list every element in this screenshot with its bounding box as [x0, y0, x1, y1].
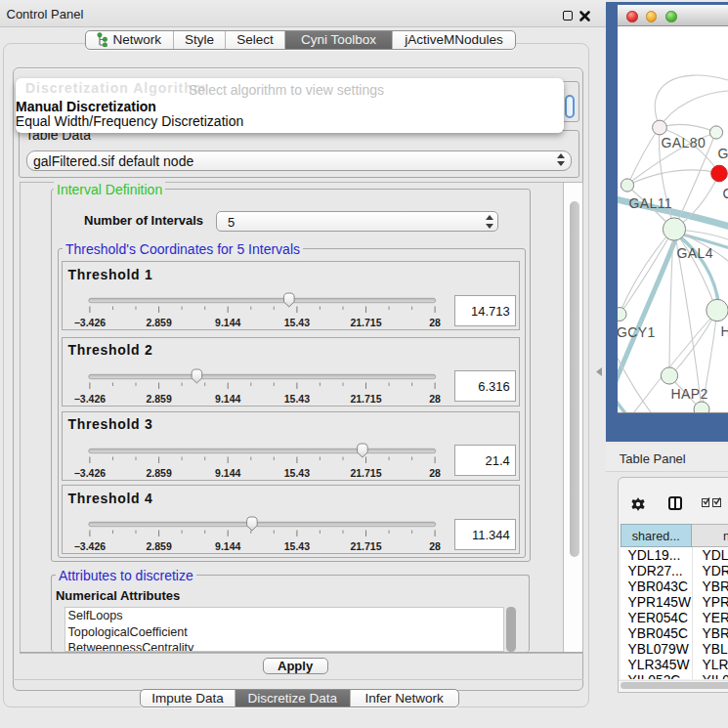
svg-text:H: H: [721, 323, 728, 339]
svg-text:15.43: 15.43: [284, 540, 310, 552]
svg-text:9.144: 9.144: [215, 317, 240, 328]
svg-text:2.859: 2.859: [146, 317, 171, 328]
svg-text:15.43: 15.43: [284, 317, 310, 328]
svg-text:2.859: 2.859: [146, 540, 171, 552]
svg-text:GCY1: GCY1: [618, 324, 656, 340]
svg-text:21.715: 21.715: [350, 540, 381, 552]
svg-text:28: 28: [429, 317, 441, 328]
svg-text:9.144: 9.144: [215, 466, 240, 478]
svg-text:GAL11: GAL11: [629, 195, 673, 211]
svg-text:−3.426: −3.426: [73, 317, 106, 328]
svg-text:HAP2: HAP2: [671, 386, 708, 402]
svg-text:21.715: 21.715: [350, 392, 381, 404]
svg-text:9.144: 9.144: [215, 392, 240, 404]
svg-text:−3.426: −3.426: [73, 466, 106, 478]
svg-text:15.43: 15.43: [284, 466, 310, 478]
svg-text:28: 28: [429, 466, 441, 478]
svg-text:−3.426: −3.426: [73, 540, 106, 552]
svg-text:GAL4: GAL4: [677, 245, 713, 261]
svg-text:15.43: 15.43: [284, 392, 310, 404]
svg-text:C: C: [723, 186, 728, 201]
svg-text:2.859: 2.859: [146, 466, 171, 478]
svg-text:28: 28: [429, 392, 441, 404]
svg-text:GA: GA: [718, 146, 728, 161]
svg-text:2.859: 2.859: [146, 392, 171, 404]
svg-text:21.715: 21.715: [350, 466, 381, 478]
svg-text:9.144: 9.144: [215, 540, 240, 552]
svg-text:−3.426: −3.426: [73, 392, 106, 404]
svg-text:GAL80: GAL80: [662, 135, 707, 150]
svg-text:28: 28: [429, 540, 441, 552]
svg-text:21.715: 21.715: [350, 317, 381, 328]
